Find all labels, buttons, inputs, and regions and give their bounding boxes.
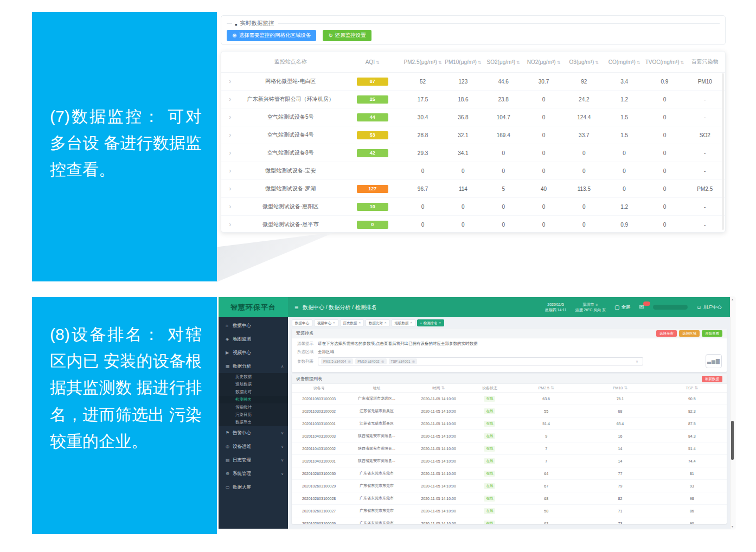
sidebar-item[interactable]: 污染日历 bbox=[219, 411, 288, 419]
col-header-no2[interactable]: NO2(μg/m³) bbox=[523, 59, 563, 65]
aqi-badge: 10 bbox=[357, 203, 388, 211]
window-scrollbar[interactable]: ▲ ▼ bbox=[730, 297, 735, 529]
expand-row-icon[interactable]: › bbox=[221, 185, 239, 192]
sidebar-item[interactable]: ◈ 地图监测 bbox=[219, 332, 288, 346]
value-cell-co: 0 bbox=[604, 186, 644, 192]
expand-row-icon[interactable]: › bbox=[221, 78, 239, 85]
device-id-cell: 2020110403100002 bbox=[292, 447, 346, 451]
tsp-cell: 84.3 bbox=[657, 434, 727, 438]
monitor-table-row[interactable]: › 微型站测试设备-惠阳区 10 0 0 0 0 0 1.2 0 - bbox=[221, 198, 725, 216]
sidebar-item[interactable]: ⚙ 系统管理 bbox=[219, 467, 288, 480]
tab[interactable]: 数据比对 bbox=[366, 319, 390, 326]
value-cell-tvoc: 0 bbox=[644, 150, 684, 156]
sidebar-item[interactable]: 巡航数据 bbox=[219, 381, 288, 388]
sidebar-item[interactable]: 数据导出 bbox=[219, 419, 288, 426]
station-name: 空气站测试设备8号 bbox=[239, 149, 342, 157]
tab[interactable]: 历史数据 bbox=[340, 319, 364, 326]
watermark bbox=[653, 305, 688, 310]
user-center-label: 用户中心 bbox=[703, 304, 722, 311]
col-header-pm25[interactable]: PM2.5 bbox=[509, 386, 583, 390]
param-tag[interactable]: PM2.5 a34004 bbox=[321, 358, 353, 364]
param-tag[interactable]: PM10 a34002 bbox=[355, 358, 386, 364]
col-header-o3[interactable]: O3(μg/m³) bbox=[564, 59, 604, 65]
hamburger-icon[interactable]: ≡ bbox=[294, 304, 298, 311]
sidebar-item[interactable]: ▭ 数据大屏 bbox=[219, 480, 288, 494]
param-tag[interactable]: TSP a34001 bbox=[389, 358, 418, 364]
select-grid-devices-button[interactable]: 选择需要监控的网格化区域设备 bbox=[227, 30, 316, 41]
tsp-cell: 81 bbox=[657, 472, 727, 476]
aqi-cell: 0 bbox=[342, 221, 402, 229]
pm10-cell: 14 bbox=[583, 447, 657, 451]
monitor-table-row[interactable]: › 空气站测试设备5号 44 30.4 36.8 104.7 0 124.4 1… bbox=[221, 108, 725, 126]
scroll-up-icon[interactable]: ▲ bbox=[731, 298, 734, 301]
tab[interactable]: 巡航数据 bbox=[392, 319, 416, 326]
sidebar-item[interactable]: ◎ 设备运维 bbox=[219, 440, 288, 453]
sidebar-item-label: 数据比对 bbox=[235, 389, 252, 395]
col-header-so2[interactable]: SO2(μg/m³) bbox=[483, 59, 523, 65]
region-value: 全部区域 bbox=[318, 349, 334, 355]
sidebar-item[interactable]: 数据比对 bbox=[219, 388, 288, 396]
monitor-table-row[interactable]: › 广东新兴铸管有限公司（环冷机房） 25 17.5 18.6 23.8 0 2… bbox=[221, 91, 725, 108]
select-region-button[interactable]: 选择区域 bbox=[679, 330, 700, 337]
sidebar-item[interactable]: ⚑ 告警中心 bbox=[219, 426, 288, 440]
col-header-tvoc[interactable]: TVOC(mg/m³) bbox=[644, 59, 684, 65]
expand-row-icon[interactable]: › bbox=[221, 131, 239, 139]
scroll-down-icon[interactable]: ▼ bbox=[731, 525, 734, 528]
notifications-button[interactable]: ✉ bbox=[639, 304, 644, 311]
expand-row-icon[interactable]: › bbox=[221, 203, 239, 210]
sidebar-item[interactable]: ▦ 数据分析 bbox=[219, 360, 288, 373]
restore-monitor-settings-button[interactable]: 还原监控设置 bbox=[323, 30, 371, 41]
bar-chart-icon: ▃▅▇ bbox=[707, 358, 720, 364]
col-header-pm10[interactable]: PM10(μg/m³) bbox=[443, 59, 483, 65]
expand-row-icon[interactable]: › bbox=[221, 113, 239, 121]
monitor-table-row[interactable]: › 微型站测试设备-恩平市 0 0 0 0 0 0 0.9 0 - bbox=[221, 216, 725, 233]
value-cell-tvoc: 0.9 bbox=[644, 79, 684, 85]
sidebar-item[interactable]: 检测排名 bbox=[219, 396, 288, 403]
pm10-cell: 14 bbox=[583, 459, 657, 463]
fullscreen-button[interactable]: ▢ 全屏 bbox=[614, 304, 630, 311]
tsp-cell: 90 bbox=[657, 522, 727, 524]
sidebar-item[interactable]: 历史数据 bbox=[219, 373, 288, 381]
expand-row-icon[interactable]: › bbox=[221, 95, 239, 103]
sidebar-item-icon: ▶ bbox=[226, 350, 233, 355]
tsp-cell: 87.5 bbox=[657, 422, 727, 426]
param-select[interactable]: PM2.5 a34004 PM10 a34002 TSP a34001 bbox=[318, 357, 643, 365]
sidebar-item[interactable]: ▤ 日志管理 bbox=[219, 453, 288, 467]
monitor-table-row[interactable]: › 微型站测试设备-罗湖 127 96.7 114 5 40 113.5 0 0… bbox=[221, 180, 725, 198]
col-header-co[interactable]: CO(mg/m³) bbox=[604, 59, 644, 65]
monitor-table-row[interactable]: › 空气站测试设备4号 53 28.8 32.1 169.4 0 33.7 1.… bbox=[221, 126, 725, 144]
tab[interactable]: 检测排名 bbox=[417, 319, 444, 326]
sidebar-item[interactable]: ⌂ 数据中心 bbox=[219, 319, 288, 332]
online-status-badge: 在线 bbox=[484, 421, 495, 427]
address-cell: 广东省东莞市东莞市 bbox=[346, 521, 407, 524]
select-city-button[interactable]: 选择全市 bbox=[656, 330, 677, 337]
sidebar-item[interactable]: ▶ 视频中心 bbox=[219, 346, 288, 360]
sidebar-item[interactable]: 传输统计 bbox=[219, 403, 288, 411]
monitor-table-row[interactable]: › 微型站测试设备-宝安 0 0 0 0 0 0 0 - bbox=[221, 162, 725, 180]
user-center-button[interactable]: ☺ 用户中心 bbox=[696, 304, 722, 311]
status-cell: 在线 bbox=[470, 433, 509, 439]
scrollbar-thumb[interactable] bbox=[731, 421, 734, 460]
col-header-aqi[interactable]: AQI bbox=[342, 59, 402, 65]
tab[interactable]: 视频中心 bbox=[314, 319, 338, 326]
expand-row-icon[interactable]: › bbox=[221, 167, 239, 175]
monitor-table-row[interactable]: › 空气站测试设备8号 42 29.3 34.1 0 0 0 0 0 - bbox=[221, 144, 725, 162]
online-status-badge: 在线 bbox=[484, 446, 495, 452]
device-id-cell: 2020110403100001 bbox=[292, 459, 346, 463]
col-header-pm10[interactable]: PM10 bbox=[583, 386, 657, 390]
fullscreen-label: 全屏 bbox=[622, 304, 631, 311]
chart-view-button[interactable]: ▃▅▇ bbox=[706, 354, 722, 368]
start-view-button[interactable]: 开始查看 bbox=[702, 330, 722, 337]
monitor-table-row[interactable]: › 网格化微型站-电白区 87 52 123 44.6 30.7 92 3.4 … bbox=[221, 73, 725, 91]
device-table-row: 2020110303100002 江苏省无锡市新吴区 2020-11-05 14… bbox=[292, 405, 727, 418]
tab[interactable]: 数据中心 bbox=[292, 319, 312, 326]
expand-row-icon[interactable]: › bbox=[221, 149, 239, 157]
sidebar-item-label: 设备运维 bbox=[233, 444, 251, 450]
col-header-tsp[interactable]: TSP bbox=[657, 386, 727, 390]
monitor-table-scrollbar[interactable] bbox=[722, 73, 724, 230]
tab-label: 视频中心 bbox=[317, 320, 331, 326]
refresh-data-button[interactable]: 刷新数据 bbox=[702, 376, 722, 382]
col-header-pm25[interactable]: PM2.5(μg/m³) bbox=[402, 59, 443, 65]
expand-row-icon[interactable]: › bbox=[221, 221, 239, 228]
col-header-time[interactable]: 时间 bbox=[407, 386, 470, 391]
